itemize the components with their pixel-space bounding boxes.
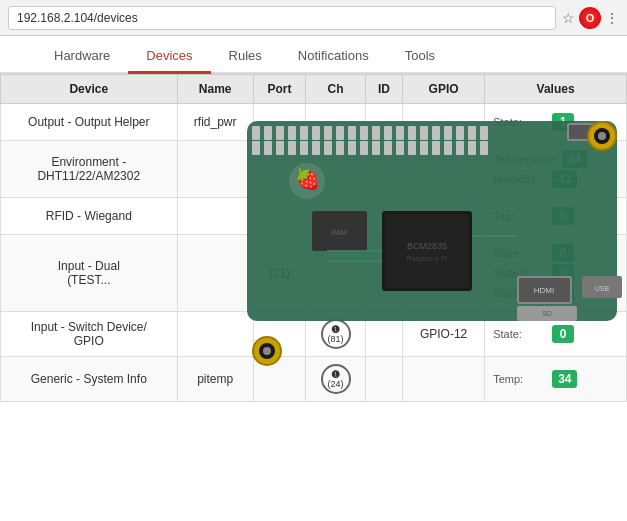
device-name-field <box>177 312 253 357</box>
device-gpio <box>403 198 485 235</box>
device-ch <box>306 104 366 141</box>
col-values: Values <box>485 75 627 104</box>
device-name-field: pitemp <box>177 357 253 402</box>
col-name: Name <box>177 75 253 104</box>
value-badge: 0 <box>552 264 574 282</box>
channel-icon: ❶ (24) <box>321 364 351 394</box>
device-values: State: 0 <box>485 312 627 357</box>
device-name: Generic - System Info <box>1 357 178 402</box>
table-row: RFID - Wiegand Tag: 0 <box>1 198 627 235</box>
table-row: Output - Output Helper rfid_pwr State: 1 <box>1 104 627 141</box>
tab-dashboard[interactable] <box>0 40 36 74</box>
device-name-field <box>177 235 253 312</box>
table-row: Environment -DHT11/22/AM2302 Temperature… <box>1 141 627 198</box>
value-badge: 24 <box>562 150 587 168</box>
tab-devices[interactable]: Devices <box>128 40 210 74</box>
device-port <box>253 141 305 198</box>
col-port: Port <box>253 75 305 104</box>
devices-table-wrapper: Device Name Port Ch ID GPIO Values Outpu… <box>0 74 627 514</box>
device-values: State: 0 State1: 0 State2: 0 <box>485 235 627 312</box>
device-name: RFID - Wiegand <box>1 198 178 235</box>
device-name-field <box>177 141 253 198</box>
device-values: Tag: 0 <box>485 198 627 235</box>
col-io: ID <box>366 75 403 104</box>
device-values: Temperature: 24 Humidity: 41 <box>485 141 627 198</box>
tab-tools[interactable]: Tools <box>387 40 453 74</box>
device-io <box>366 104 403 141</box>
url-bar[interactable]: 192.168.2.104/devices <box>8 6 556 30</box>
value-label: Temp: <box>493 373 548 385</box>
device-port <box>253 312 305 357</box>
table-row: Input - Dual(TEST... (21) GPIO-23GPIO-16… <box>1 235 627 312</box>
device-port <box>253 198 305 235</box>
device-name: Output - Output Helper <box>1 104 178 141</box>
device-gpio: GPIO-23GPIO-16 <box>403 235 485 312</box>
device-values: State: 1 <box>485 104 627 141</box>
menu-icon[interactable]: ⋮ <box>605 10 619 26</box>
device-gpio <box>403 141 485 198</box>
device-io <box>366 357 403 402</box>
value-badge: 0 <box>552 244 574 262</box>
devices-table: Device Name Port Ch ID GPIO Values Outpu… <box>0 74 627 402</box>
value-label: State: <box>493 116 548 128</box>
value-label: Humidity: <box>493 173 548 185</box>
table-row: Input - Switch Device/GPIO ❶ (81) GPIO-1… <box>1 312 627 357</box>
nav-tabs: Hardware Devices Rules Notifications Too… <box>0 36 627 74</box>
browser-icons: ☆ O ⋮ <box>562 7 619 29</box>
channel-icon: ❶ (81) <box>321 319 351 349</box>
value-label: State: <box>493 247 548 259</box>
device-ch: ❶ (24) <box>306 357 366 402</box>
value-badge: 41 <box>552 170 577 188</box>
tab-rules[interactable]: Rules <box>211 40 280 74</box>
device-port: (21) <box>253 235 305 312</box>
opera-icon: O <box>579 7 601 29</box>
device-name: Environment -DHT11/22/AM2302 <box>1 141 178 198</box>
device-ch <box>306 141 366 198</box>
device-gpio <box>403 357 485 402</box>
value-badge: 0 <box>552 325 574 343</box>
device-gpio: GPIO-12 <box>403 312 485 357</box>
device-ch <box>306 198 366 235</box>
device-io <box>366 312 403 357</box>
value-label: State1: <box>493 267 548 279</box>
device-io <box>366 198 403 235</box>
tab-hardware[interactable]: Hardware <box>36 40 128 74</box>
col-gpio: GPIO <box>403 75 485 104</box>
url-text: 192.168.2.104/devices <box>17 11 138 25</box>
table-row: Generic - System Info pitemp ❶ (24) Temp… <box>1 357 627 402</box>
star-icon[interactable]: ☆ <box>562 10 575 26</box>
device-port <box>253 357 305 402</box>
value-label: State2: <box>493 287 548 299</box>
value-label: Temperature: <box>493 153 558 165</box>
device-ch <box>306 235 366 312</box>
col-device: Device <box>1 75 178 104</box>
device-gpio <box>403 104 485 141</box>
value-badge: 0 <box>552 207 574 225</box>
device-io <box>366 141 403 198</box>
value-badge: 34 <box>552 370 577 388</box>
value-label: Tag: <box>493 210 548 222</box>
value-label: State: <box>493 328 548 340</box>
browser-bar: 192.168.2.104/devices ☆ O ⋮ <box>0 0 627 36</box>
col-ch: Ch <box>306 75 366 104</box>
device-name: Input - Switch Device/GPIO <box>1 312 178 357</box>
device-io <box>366 235 403 312</box>
device-name-field: rfid_pwr <box>177 104 253 141</box>
device-ch: ❶ (81) <box>306 312 366 357</box>
device-name-field <box>177 198 253 235</box>
device-port <box>253 104 305 141</box>
value-badge: 1 <box>552 113 574 131</box>
value-badge: 0 <box>552 284 574 302</box>
tab-notifications[interactable]: Notifications <box>280 40 387 74</box>
device-name: Input - Dual(TEST... <box>1 235 178 312</box>
device-values: Temp: 34 <box>485 357 627 402</box>
